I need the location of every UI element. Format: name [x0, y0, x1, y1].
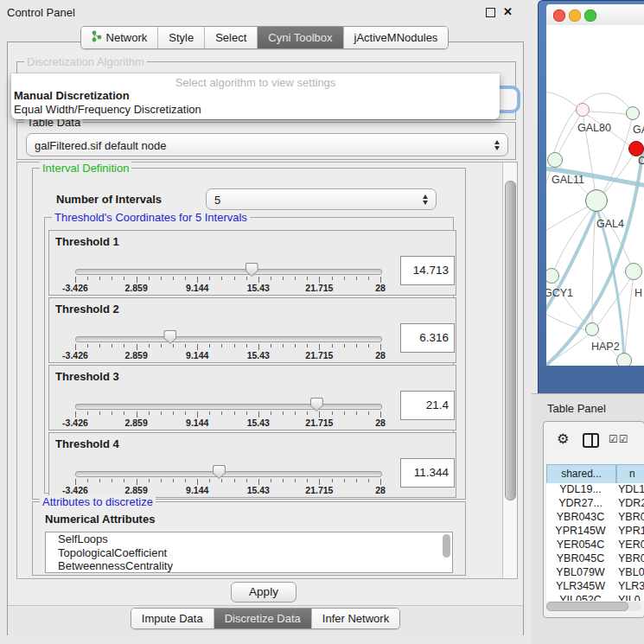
network-canvas[interactable]: GAL80GACGAL11GAL4GCY1HHAP2 [546, 25, 644, 366]
tab-network[interactable]: Network [81, 27, 159, 48]
table-row[interactable]: YER054CYER0 [546, 539, 644, 552]
tick-mark [307, 411, 308, 415]
network-node[interactable] [547, 152, 563, 168]
top-tab-bar: NetworkStyleSelectCyni ToolboxjActiveMNo… [0, 26, 529, 49]
tab-label: jActiveMNodules [354, 31, 438, 44]
algorithm-item[interactable]: Manual Discretization [14, 89, 130, 102]
tab-infer-network[interactable]: Infer Network [312, 609, 399, 628]
tick-mark [209, 277, 210, 280]
tick-mark [137, 277, 137, 283]
table-row[interactable]: YBL079WYBL0 [546, 566, 644, 580]
network-node[interactable] [626, 106, 640, 120]
tick-mark [283, 344, 284, 348]
network-node[interactable] [585, 322, 599, 336]
column-header-name[interactable]: n [616, 464, 644, 484]
cell-name: YER0 [618, 539, 644, 551]
threshold-panel: Threshold 3-3.4262.8599.14415.4321.71528… [48, 365, 456, 430]
cell-name: YBR0 [618, 552, 644, 564]
table-row[interactable]: YBR043CYBR0 [546, 511, 644, 525]
attribute-list-item[interactable]: TopologicalCoefficient [46, 546, 452, 560]
tab-style[interactable]: Style [158, 27, 205, 48]
content-panel: Discretization Algorithm Select algorith… [7, 41, 524, 635]
tick-label: 15.43 [247, 418, 270, 428]
cell-shared-name: YER054C [546, 539, 615, 551]
network-node[interactable] [585, 189, 608, 212]
vertical-scrollbar-thumb[interactable] [505, 181, 516, 501]
tick-mark [124, 411, 124, 415]
horizontal-scrollbar-thumb[interactable] [546, 602, 628, 611]
threshold-label: Threshold 3 [55, 370, 119, 383]
close-icon[interactable]: ✕ [503, 5, 513, 18]
tick-label: -3.426 [62, 418, 88, 428]
table-row[interactable]: YPR145WYPR1 [546, 525, 644, 539]
tab-impute-data[interactable]: Impute Data [131, 609, 214, 628]
numerical-attributes-list[interactable]: SelfLoopsTopologicalCoefficientBetweenne… [45, 532, 453, 573]
slider-track[interactable] [75, 471, 382, 477]
horizontal-scrollbar[interactable] [546, 602, 641, 611]
table-row[interactable]: YIL052CYIL0 [546, 594, 644, 601]
slider-track[interactable] [75, 336, 382, 342]
node-label: HAP2 [591, 341, 620, 353]
tab-label: Discretize Data [225, 612, 301, 625]
tab-cyni-toolbox[interactable]: Cyni Toolbox [258, 27, 343, 48]
slider-tick-labels: -3.4262.8599.14415.4321.71528 [75, 283, 380, 293]
minimize-light[interactable] [569, 10, 581, 22]
tick-mark [319, 277, 320, 283]
close-light[interactable] [553, 10, 565, 22]
tick-mark [149, 411, 150, 415]
list-scrollbar-thumb[interactable] [443, 534, 450, 558]
apply-button[interactable]: Apply [231, 582, 296, 603]
attribute-list-item[interactable]: BetweennessCentrality [46, 559, 452, 573]
slider-track[interactable] [75, 269, 382, 275]
table-row[interactable]: YDR27...YDR2 [546, 497, 644, 511]
tick-mark [173, 277, 174, 280]
threshold-value-field[interactable]: 11.344 [400, 458, 455, 488]
threshold-value-field[interactable]: 6.316 [400, 323, 455, 353]
stepper-arrows-icon [494, 140, 501, 150]
checkbox-icons[interactable]: ☑☑ [609, 433, 629, 445]
zoom-light[interactable] [584, 10, 596, 22]
column-header-shared-name[interactable]: shared... [546, 464, 616, 484]
table-data-combobox[interactable]: galFiltered.sif default node [26, 133, 508, 156]
vertical-scrollbar[interactable] [502, 163, 517, 578]
cell-name: YPR1 [618, 525, 644, 537]
tab-jactivemnodules[interactable]: jActiveMNodules [344, 27, 449, 48]
tick-mark [161, 411, 162, 415]
cell-shared-name: YDL19... [546, 483, 615, 495]
table-row[interactable]: YBR045CYBR0 [546, 552, 644, 566]
settings-scroll-area: Interval Definition Number of Intervals … [16, 162, 518, 579]
network-node[interactable] [576, 103, 590, 117]
interval-definition-title: Interval Definition [40, 162, 131, 175]
threshold-value-field[interactable]: 14.713 [400, 256, 455, 285]
algorithm-item[interactable]: Equal Width/Frequency Discretization [14, 103, 201, 116]
slider-ticks [75, 479, 380, 485]
tick-mark [368, 344, 369, 348]
tab-select[interactable]: Select [205, 27, 258, 48]
number-of-intervals-combobox[interactable]: 5 [206, 188, 437, 210]
tick-mark [197, 479, 198, 485]
network-node[interactable] [625, 263, 642, 280]
node-label: C [638, 155, 644, 167]
tick-mark [271, 277, 271, 280]
attribute-list-item[interactable]: SelfLoops [46, 532, 452, 546]
tab-discretize-data[interactable]: Discretize Data [214, 609, 312, 628]
tick-mark [149, 344, 150, 348]
tick-mark [356, 277, 357, 280]
stepper-arrows-icon [423, 194, 429, 205]
cell-shared-name: YPR145W [546, 525, 615, 537]
split-columns-icon[interactable] [583, 433, 599, 448]
tick-label: 2.859 [124, 283, 147, 293]
table-row[interactable]: YLR345WYLR3 [546, 580, 644, 594]
float-window-icon[interactable] [486, 8, 495, 17]
network-node[interactable] [616, 353, 632, 366]
tab-label: Impute Data [142, 612, 203, 625]
gear-icon[interactable]: ⚙ [557, 430, 569, 447]
table-panel-region: Table Panel ⚙ ☑☑ shared... n YDL19...YDL… [532, 393, 644, 644]
tick-mark [307, 277, 308, 280]
tick-label: 15.43 [247, 350, 270, 360]
threshold-label: Threshold 4 [55, 437, 119, 450]
slider-track[interactable] [75, 404, 382, 410]
table-row[interactable]: YDL19...YDL1 [546, 483, 644, 497]
tick-mark [234, 277, 235, 280]
threshold-value-field[interactable]: 21.4 [400, 391, 455, 420]
